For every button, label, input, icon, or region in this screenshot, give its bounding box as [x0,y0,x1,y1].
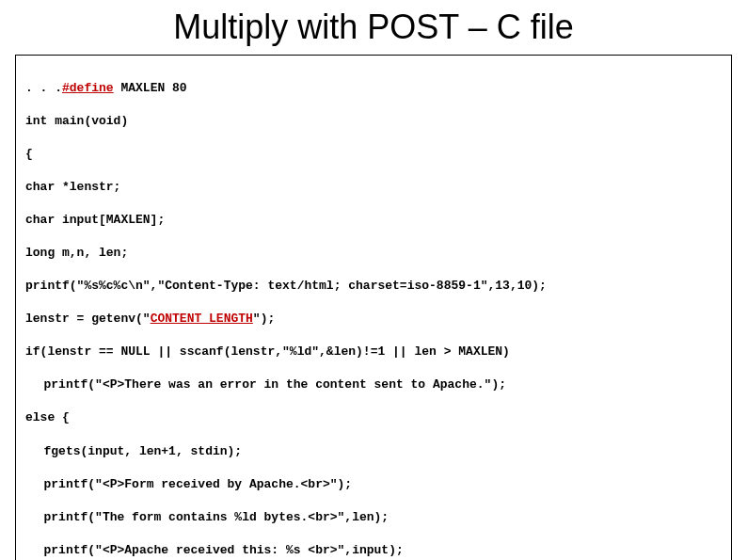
code-line: printf("The form contains %ld bytes.<br>… [25,509,722,526]
code-text: . . . [25,81,62,95]
code-line: printf("<P>Form received by Apache.<br>"… [25,476,722,493]
slide-title: Multiply with POST – C file [15,8,732,47]
slide: Multiply with POST – C file . . .#define… [0,0,747,560]
code-text: MAXLEN 80 [114,81,187,95]
env-var-link: CONTENT_LENGTH [151,312,253,326]
code-block: . . .#define MAXLEN 80 int main(void) { … [15,55,732,560]
code-line: char *lenstr; [25,179,722,196]
code-text: printf("<P>Form received by Apache.<br>"… [25,476,352,493]
code-line: char input[MAXLEN]; [25,212,722,229]
code-line: { [25,146,722,163]
code-text: lenstr = getenv(" [25,312,151,326]
code-line: else { [25,409,722,426]
code-text: printf("The form contains %ld bytes.<br>… [25,509,389,526]
code-line: fgets(input, len+1, stdin); [25,443,722,460]
code-line: long m,n, len; [25,245,722,262]
keyword-define: #define [62,81,114,95]
code-line: . . .#define MAXLEN 80 [25,80,722,97]
code-text: "); [253,312,275,326]
code-text: fgets(input, len+1, stdin); [25,443,242,460]
code-line: printf("%s%c%c\n","Content-Type: text/ht… [25,278,722,295]
code-line: printf("<P>Apache received this: %s <br>… [25,542,722,559]
code-text: printf("<P>There was an error in the con… [25,376,506,393]
code-line: printf("<P>There was an error in the con… [25,376,722,393]
code-line: if(lenstr == NULL || sscanf(lenstr,"%ld"… [25,344,722,360]
code-line: lenstr = getenv("CONTENT_LENGTH"); [25,311,722,328]
code-line: int main(void) [25,113,722,130]
code-text: printf("<P>Apache received this: %s <br>… [25,542,404,559]
